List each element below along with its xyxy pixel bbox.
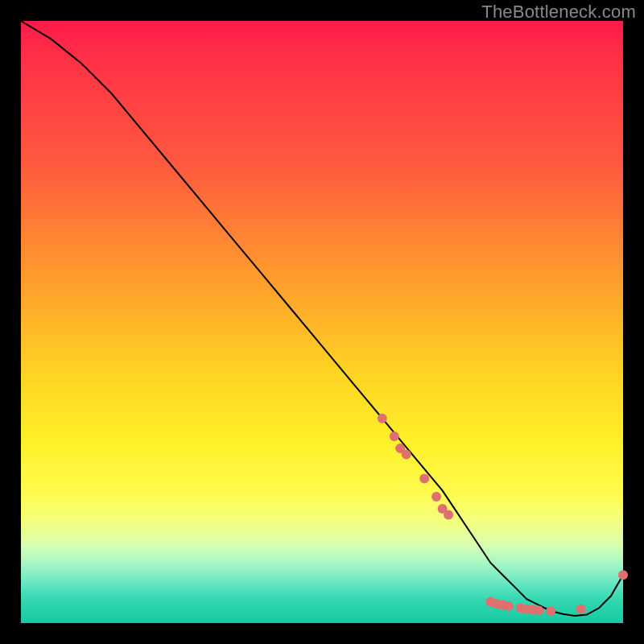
data-marker bbox=[431, 492, 441, 502]
data-marker bbox=[390, 431, 399, 441]
data-marker bbox=[444, 510, 453, 519]
data-markers bbox=[378, 414, 628, 616]
data-marker bbox=[402, 450, 411, 460]
bottleneck-curve bbox=[21, 21, 623, 616]
chart-stage: TheBottleneck.com bbox=[0, 0, 644, 644]
data-marker bbox=[546, 606, 555, 616]
data-marker bbox=[378, 414, 387, 423]
watermark-text: TheBottleneck.com bbox=[481, 2, 636, 23]
plot-area bbox=[21, 21, 623, 623]
data-marker bbox=[504, 601, 514, 611]
data-marker bbox=[618, 570, 628, 580]
data-marker bbox=[419, 474, 429, 484]
data-marker bbox=[534, 605, 543, 615]
data-marker bbox=[576, 605, 586, 614]
plot-svg bbox=[21, 21, 623, 623]
